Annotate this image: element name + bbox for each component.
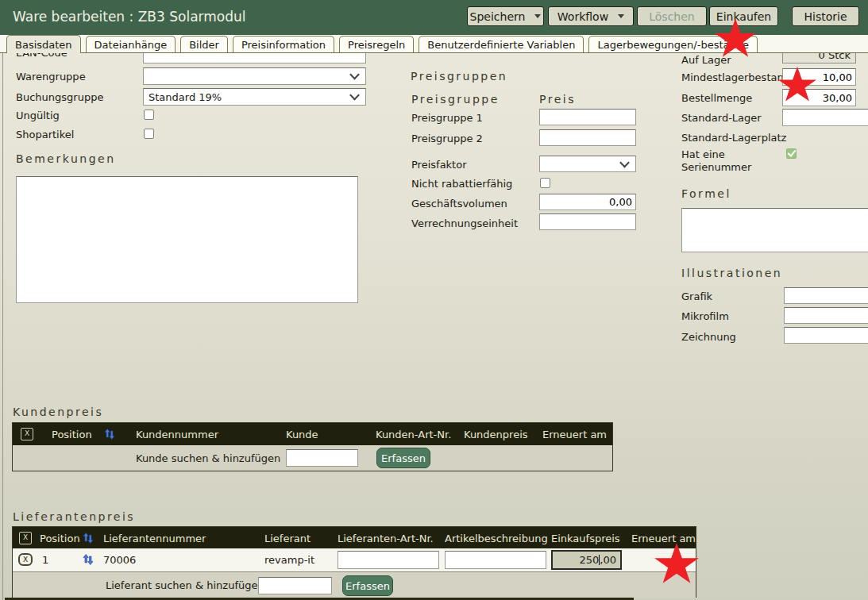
lieferant-suchen-label: Lieferant suchen & hinzufügen [106, 579, 264, 591]
preisgruppe1-label: Preisgruppe 1 [411, 112, 483, 124]
col-artikelbeschreibung: Artikelbeschreibung [445, 532, 548, 544]
buchungsgruppe-value: Standard 19% [149, 91, 222, 103]
tab-bilder[interactable]: Bilder [180, 36, 228, 52]
preisfaktor-select[interactable] [539, 156, 636, 172]
ean-code-label: EAN-Code [16, 52, 68, 59]
lieferant-row: X 1 70006 revamp-it 250 ,00 [13, 548, 696, 571]
page-title: Ware bearbeiten : ZB3 Solarmodul [13, 9, 245, 25]
preisgruppe-col-heading: Preisgruppe [411, 93, 500, 106]
nicht-rabattierfaehig-label: Nicht rabattierfähig [411, 178, 512, 190]
workflow-button-label: Workflow [557, 10, 608, 23]
preisfaktor-label: Preisfaktor [411, 159, 467, 171]
save-button[interactable]: Speichern [467, 6, 544, 26]
ean-code-input[interactable] [143, 52, 366, 63]
lieferantenpreis-heading: Lieferantenpreis [13, 510, 135, 523]
buchungsgruppe-label: Buchungsgruppe [16, 91, 103, 103]
history-button[interactable]: Historie [792, 6, 859, 26]
tab-label: Preisregeln [348, 39, 405, 51]
bestellmenge-label: Bestellmenge [681, 92, 752, 104]
lieferantenpreis-table-header: X Position Lieferantennummer Lieferant L… [13, 527, 696, 548]
tab-basisdaten[interactable]: Basisdaten [6, 35, 81, 53]
chevron-down-icon [349, 70, 360, 80]
shopartikel-label: Shopartikel [16, 129, 74, 140]
col-position: Position [40, 532, 80, 544]
grafik-label: Grafik [681, 290, 712, 302]
seriennummer-label-line1: Hat eine [681, 148, 725, 160]
warengruppe-select[interactable] [143, 67, 366, 85]
preisgruppe1-input[interactable] [539, 109, 636, 125]
kunde-suchen-input[interactable] [286, 449, 358, 467]
sort-arrows-icon[interactable] [104, 429, 115, 440]
verrechnungseinheit-label: Verrechnungseinheit [411, 217, 518, 229]
preisgruppe2-input[interactable] [539, 129, 636, 146]
col-kunde: Kunde [286, 429, 318, 440]
lieferantenpreis-table: X Position Lieferantennummer Lieferant L… [12, 526, 696, 598]
col-erneuert-am: Erneuert am [542, 429, 607, 440]
delete-button: Löschen [637, 6, 707, 26]
grafik-input[interactable] [784, 287, 868, 304]
nicht-rabattierfaehig-checkbox[interactable] [540, 178, 550, 188]
col-kundennummer: Kundennummer [136, 429, 218, 440]
history-button-label: Historie [804, 10, 847, 23]
col-lieferant: Lieferant [264, 532, 311, 544]
sort-arrows-icon[interactable] [83, 554, 94, 565]
illustrationen-heading: Illustrationen [681, 267, 782, 279]
col-kunden-art-nr: Kunden-Art-Nr. [376, 429, 451, 440]
tab-label: Benutzerdefinierte Variablen [427, 39, 575, 51]
lieferanten-art-nr-input[interactable] [338, 551, 439, 569]
tab-dateianhaenge[interactable]: Dateianhänge [86, 36, 176, 52]
tab-label: Dateianhänge [95, 39, 168, 51]
dropdown-caret-icon [534, 14, 541, 18]
formel-heading: Formel [681, 187, 731, 200]
mindestlagerbestand-label: Mindestlagerbestand [681, 71, 790, 83]
ungueltig-checkbox[interactable] [144, 110, 154, 120]
mikrofilm-label: Mikrofilm [681, 310, 729, 322]
col-kundenpreis: Kundenpreis [464, 429, 528, 440]
purchase-button-label: Einkaufen [716, 10, 771, 23]
kundenpreis-heading: Kundenpreis [13, 406, 103, 418]
col-lieferantennummer: Lieferantennummer [103, 532, 206, 544]
verrechnungseinheit-input[interactable] [539, 213, 636, 230]
sort-arrows-icon[interactable] [83, 533, 94, 544]
workflow-button[interactable]: Workflow [548, 6, 634, 26]
purchase-button[interactable]: Einkaufen [709, 6, 778, 26]
artikelbeschreibung-input[interactable] [445, 551, 546, 569]
shopartikel-checkbox[interactable] [144, 129, 154, 139]
kundenpreis-table: X Position Kundennummer Kunde Kunden-Art… [12, 422, 613, 471]
tab-label: Preisinformation [241, 39, 326, 51]
dropdown-caret-icon [618, 14, 624, 18]
standard-lagerplatz-label: Standard-Lagerplatz [681, 132, 786, 144]
bemerkungen-textarea[interactable] [16, 176, 358, 303]
kunde-suchen-label: Kunde suchen & hinzufügen [136, 452, 280, 464]
row-lieferant: revamp-it [264, 554, 314, 566]
tab-benutzerdefinierte-variablen[interactable]: Benutzerdefinierte Variablen [419, 36, 584, 52]
preisgruppen-heading: Preisgruppen [411, 70, 507, 83]
kunde-erfassen-button[interactable]: Erfassen [376, 448, 430, 468]
mikrofilm-input[interactable] [784, 307, 868, 324]
formel-textarea[interactable] [681, 208, 868, 252]
lieferant-suchen-input[interactable] [258, 577, 332, 594]
tab-label: Bilder [189, 39, 219, 51]
panel-left-border [2, 53, 3, 600]
auf-lager-value: 0 Stck [782, 52, 856, 63]
delete-row-button[interactable]: X [18, 553, 33, 566]
erfassen-button-label: Erfassen [345, 580, 390, 592]
clear-selection-icon[interactable]: X [21, 428, 33, 440]
bemerkungen-heading: Bemerkungen [16, 152, 116, 165]
seriennummer-checkbox[interactable] [786, 148, 797, 159]
tab-preisregeln[interactable]: Preisregeln [339, 36, 414, 52]
einkaufspreis-value-left: 250 [579, 554, 599, 566]
row-position: 1 [42, 554, 48, 566]
einkaufspreis-input[interactable]: 250 ,00 [551, 550, 622, 570]
clear-selection-icon[interactable]: X [19, 532, 32, 544]
geschaeftsvolumen-input[interactable] [539, 194, 636, 210]
ware-bearbeiten-window: Ware bearbeiten : ZB3 Solarmodul Speiche… [0, 0, 868, 600]
preisgruppe2-label: Preisgruppe 2 [411, 133, 483, 144]
lieferant-erfassen-button[interactable]: Erfassen [342, 575, 393, 596]
tab-preisinformation[interactable]: Preisinformation [233, 36, 334, 52]
buchungsgruppe-select[interactable]: Standard 19% [143, 88, 366, 106]
zeichnung-input[interactable] [784, 327, 868, 344]
geschaeftsvolumen-label: Geschäftsvolumen [411, 198, 507, 210]
delete-button-label: Löschen [649, 10, 694, 23]
standard-lager-input[interactable] [782, 109, 868, 126]
